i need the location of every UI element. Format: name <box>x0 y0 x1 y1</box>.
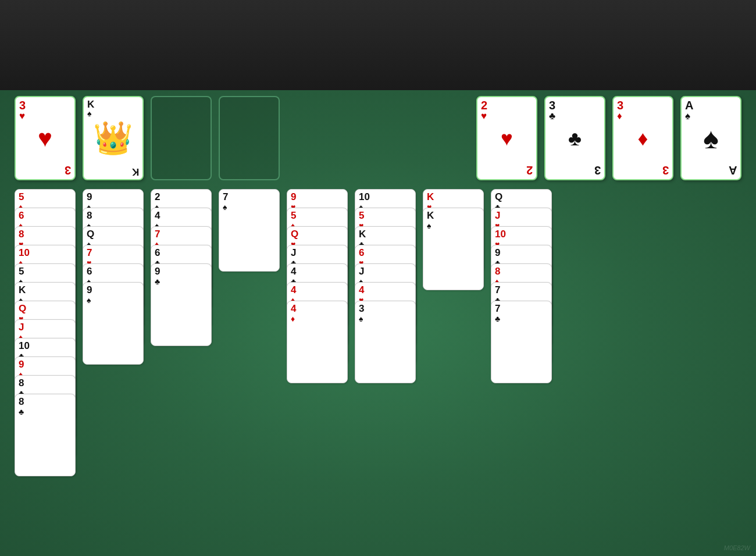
card-col2-4[interactable]: 9 ♣ <box>151 263 212 346</box>
card-col5-6[interactable]: 3 ♠ <box>355 301 416 383</box>
column-4[interactable]: 9 ♥ 5 ♦ Q ♥ J ♣ 4 ♣ 4 ♦ 4 ♦ <box>287 189 348 383</box>
columns-area: 5 ♦ 6 ♦ 8 ♥ 10 ♦ 5 ♠ K ♠ Q ♥ J ♦ 10 ♣ 9 … <box>12 189 744 476</box>
card-col3-0[interactable]: 7 ♠ <box>219 189 280 272</box>
top-row: 3 ♥ ♥ 3 K ♠ 👑 K 2 ♥ ♥ 2 3 ♣ ♣ 3 3 ♦ ♦ 3 … <box>12 96 744 180</box>
freecell-3[interactable] <box>219 96 280 180</box>
foundation-card-2[interactable]: 3 ♦ ♦ 3 <box>612 96 673 180</box>
top-bar <box>0 0 756 90</box>
card-col0-11[interactable]: 8 ♣ <box>15 394 76 476</box>
column-5[interactable]: 10 ♠ 5 ♥ K ♣ 6 ♥ J ♠ 4 ♥ 3 ♠ <box>355 189 416 383</box>
freecell-2[interactable] <box>151 96 212 180</box>
card-col1-5[interactable]: 9 ♠ <box>83 282 144 365</box>
column-7[interactable]: Q ♣ J ♥ 10 ♥ 9 ♣ 8 ♦ 7 ♣ 7 ♣ <box>491 189 552 383</box>
card-col4-6[interactable]: 4 ♦ <box>287 301 348 383</box>
freecell-card-0[interactable]: 3 ♥ ♥ 3 <box>15 96 76 180</box>
card-col6-1[interactable]: K ♠ <box>423 208 484 290</box>
column-3[interactable]: 7 ♠ <box>219 189 280 272</box>
column-1[interactable]: 9 ♠ 8 ♠ Q ♠ 7 ♥ 6 ♠ 9 ♠ <box>83 189 144 365</box>
column-2[interactable]: 2 ♠ 4 ♠ 7 ♦ 6 ♣ 9 ♣ <box>151 189 212 346</box>
freecell-card-1[interactable]: K ♠ 👑 K <box>83 96 144 180</box>
foundation-card-3[interactable]: A ♠ ♠ A <box>680 96 741 180</box>
foundation-card-0[interactable]: 2 ♥ ♥ 2 <box>476 96 537 180</box>
column-0[interactable]: 5 ♦ 6 ♦ 8 ♥ 10 ♦ 5 ♠ K ♠ Q ♥ J ♦ 10 ♣ 9 … <box>15 189 76 476</box>
foundation-card-1[interactable]: 3 ♣ ♣ 3 <box>544 96 605 180</box>
game-area: 3 ♥ ♥ 3 K ♠ 👑 K 2 ♥ ♥ 2 3 ♣ ♣ 3 3 ♦ ♦ 3 … <box>0 90 756 556</box>
column-6[interactable]: K ♥ K ♠ <box>423 189 484 290</box>
card-col7-6[interactable]: 7 ♣ <box>491 301 552 383</box>
